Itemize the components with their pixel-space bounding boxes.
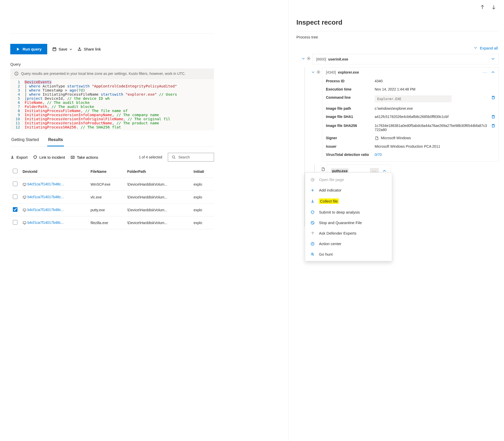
device-icon [23, 208, 26, 212]
col-deviceid[interactable]: DeviceId [20, 165, 88, 178]
run-query-button[interactable]: Run query [10, 44, 47, 54]
share-icon [77, 47, 82, 51]
menu-item-add-indicator[interactable]: Add indicator [305, 185, 392, 195]
menu-item-collect-file[interactable]: Collect file [305, 195, 392, 207]
actions-icon [71, 155, 75, 159]
chevron-down-icon[interactable] [491, 57, 495, 61]
col-initiating[interactable]: Initiati [191, 165, 214, 178]
tab-results[interactable]: Results [47, 133, 64, 146]
cell-initiating: explo [191, 204, 214, 216]
row-checkbox[interactable] [13, 207, 17, 212]
save-button[interactable]: Save [52, 47, 72, 51]
hunting-main-area: Run query Save Share link Query Query re… [0, 0, 224, 441]
device-id-link[interactable]: b4cf1ca7f14017b48c... [27, 208, 64, 212]
query-label: Query [10, 62, 214, 66]
gear-icon [307, 56, 311, 61]
svg-point-3 [172, 156, 175, 158]
inspect-record-pane: Inspect record Process tree Expand all [… [288, 0, 504, 441]
col-folderpath[interactable]: FolderPath [125, 165, 191, 178]
svg-rect-7 [23, 222, 26, 224]
info-icon [14, 72, 18, 76]
menu-item-ask-defender-experts[interactable]: ?Ask Defender Experts [305, 228, 392, 238]
menu-item-go-hunt[interactable]: Go hunt [305, 249, 392, 259]
menu-item-stop-and-quarantine-file[interactable]: Stop and Quarantine File [305, 217, 392, 228]
svg-rect-0 [53, 48, 56, 51]
select-all-checkbox[interactable] [13, 169, 17, 173]
hunt-icon [310, 252, 315, 256]
cell-filename: WinSCP.exe [88, 178, 125, 191]
svg-rect-6 [23, 209, 26, 211]
col-filename[interactable]: FileName [88, 165, 125, 178]
table-row[interactable]: b4cf1ca7f14017b48c... WinSCP.exe \Device… [10, 178, 214, 191]
download-icon [10, 155, 14, 159]
svg-point-8 [308, 58, 309, 59]
table-row[interactable]: b4cf1ca7f14017b48c... putty.exe \Device\… [10, 204, 214, 216]
process-node-putty[interactable]: putty.exe ··· SHA1SHA256PathSignerVirusT… [327, 165, 391, 226]
take-actions-button[interactable]: Take actions [71, 155, 98, 159]
previous-record-icon[interactable] [480, 5, 485, 10]
shield-icon [33, 155, 37, 159]
gear-icon [316, 70, 321, 74]
process-node-userinit[interactable]: [6600] userinit.exe [312, 54, 499, 64]
query-toolbar: Run query Save Share link [10, 34, 214, 57]
menu-item-submit-to-deep-analysis[interactable]: Submit to deep analysis [305, 207, 392, 217]
device-icon [23, 195, 26, 199]
process-tree-label: Process tree [296, 35, 499, 39]
process-node-explorer[interactable]: [4340] explorer.exe ··· Process ID4340Ex… [322, 67, 499, 162]
chevron-down-icon [69, 48, 72, 51]
chevron-down-icon[interactable] [302, 57, 305, 60]
cell-filename: vlc.exe [88, 191, 125, 204]
chevron-down-icon[interactable] [311, 70, 315, 74]
next-record-icon[interactable] [491, 5, 496, 10]
copy-icon[interactable] [491, 115, 495, 119]
export-button[interactable]: Export [10, 155, 27, 159]
results-table: DeviceId FileName FolderPath Initiati b4… [10, 165, 214, 229]
command-line-value: Explorer.EXE [375, 95, 452, 102]
selection-count: 1 of 4 selected [139, 155, 162, 159]
vt-ratio-link[interactable]: 0/70 [375, 153, 382, 157]
shield-icon [310, 210, 315, 214]
cell-initiating: explo [191, 191, 214, 204]
cell-initiating: explo [191, 216, 214, 229]
svg-rect-4 [23, 183, 26, 185]
search-icon [172, 155, 176, 159]
cell-initiating: explo [191, 178, 214, 191]
cell-folderpath: \Device\HarddiskVolum... [125, 204, 191, 216]
download-icon [310, 199, 315, 203]
device-id-link[interactable]: b4cf1ca7f14017b48c... [27, 195, 64, 199]
device-id-link[interactable]: b4cf1ca7f14017b48c... [27, 182, 64, 186]
svg-rect-10 [492, 97, 494, 99]
query-editor[interactable]: 1DeviceEvents2| where ActionType startsw… [10, 79, 214, 130]
chevron-up-icon[interactable] [491, 70, 495, 74]
search-input[interactable]: Search [168, 153, 214, 162]
svg-rect-2 [71, 156, 74, 158]
table-row[interactable]: b4cf1ca7f14017b48c... filezilla.exe \Dev… [10, 216, 214, 229]
tab-getting-started[interactable]: Getting Started [10, 133, 40, 146]
play-icon [16, 47, 20, 51]
more-icon[interactable]: ··· [483, 70, 487, 74]
svg-rect-11 [492, 116, 494, 118]
info-bar: Query results are presented in your loca… [10, 68, 214, 79]
menu-item-open-file-page: Open file page [305, 174, 392, 185]
file-icon [321, 167, 325, 171]
row-checkbox[interactable] [13, 194, 17, 199]
svg-point-9 [318, 72, 319, 73]
plus-icon [310, 188, 315, 192]
row-checkbox[interactable] [13, 182, 17, 186]
device-id-link[interactable]: b4cf1ca7f14017b48c... [27, 221, 64, 225]
row-checkbox[interactable] [13, 220, 17, 225]
cell-folderpath: \Device\HarddiskVolum... [125, 178, 191, 191]
copy-icon[interactable] [491, 95, 495, 100]
table-row[interactable]: b4cf1ca7f14017b48c... vlc.exe \Device\Ha… [10, 191, 214, 204]
copy-icon[interactable] [491, 124, 495, 128]
expand-all-button[interactable]: Expand all [296, 46, 498, 50]
result-tabs: Getting Started Results [10, 133, 214, 147]
link-incident-button[interactable]: Link to incident [33, 155, 65, 159]
cell-folderpath: \Device\HarddiskVolum... [125, 216, 191, 229]
question-icon: ? [310, 231, 315, 235]
share-link-button[interactable]: Share link [77, 47, 101, 51]
file-actions-menu: Open file pageAdd indicatorCollect fileS… [305, 173, 392, 261]
chevron-down-icon [474, 46, 477, 49]
menu-item-action-center[interactable]: Action center [305, 238, 392, 249]
block-icon [310, 221, 315, 225]
